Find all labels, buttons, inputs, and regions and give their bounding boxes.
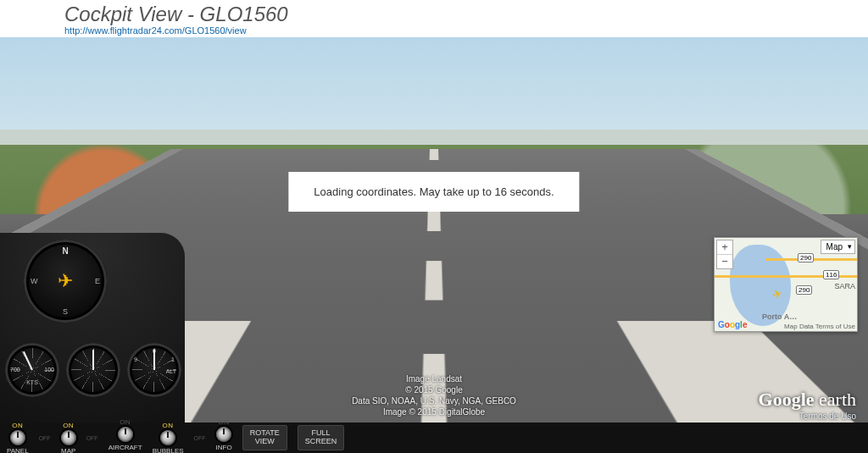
mini-map[interactable]: 290 116 290 SARA Porto A… ✈ + − Map Goog… (714, 237, 858, 332)
loading-toast: Loading coordinates. May take up to 16 s… (288, 172, 579, 212)
altimeter-gauge: 0 9 1 ALT (127, 343, 181, 397)
compass-gauge: N S E W ✈ (24, 240, 107, 323)
google-earth-logo: Google earth (759, 389, 856, 411)
toggle-map[interactable]: ON MAP (61, 422, 76, 454)
zoom-in-button[interactable]: + (717, 240, 732, 254)
off-label: OFF (39, 435, 51, 441)
toggle-state: ON (120, 418, 131, 426)
page-title: Cockpit View - GLO1560 (64, 3, 863, 25)
terms-link[interactable]: Termos de Uso (799, 412, 856, 421)
attitude-gauge (66, 343, 120, 397)
zoom-out-button[interactable]: − (717, 254, 732, 268)
plane-icon: ✈ (58, 270, 73, 292)
header-bar: Cockpit View - GLO1560 http://www.flight… (0, 0, 868, 37)
control-bar: ON PANEL OFF ON MAP OFF ON AIRCRAFT OFF … (0, 423, 868, 453)
knob-icon (216, 427, 231, 442)
toggle-label: AIRCRAFT (108, 444, 142, 451)
minimap-footer[interactable]: Map Data Terms of Use (784, 323, 855, 330)
google-logo: Google (718, 320, 747, 329)
toggle-label: MAP (61, 447, 75, 454)
cockpit-panel: N S E W ✈ 700 100 KTS 0 9 1 ALT (0, 233, 185, 423)
toggle-state: ON (163, 422, 174, 429)
earth-word: earth (819, 389, 856, 410)
gauge-needle (153, 350, 155, 370)
toggle-label: BUBBLES (153, 447, 184, 454)
gauge-tick-label: 100 (44, 367, 54, 373)
knob-icon (61, 430, 76, 445)
route-badge: 290 (798, 253, 814, 262)
knob-icon (118, 427, 133, 442)
full-screen-button[interactable]: FULL SCREEN (298, 425, 345, 450)
gauge-tick-label: 700 (10, 367, 20, 373)
minimap-zoom: + − (716, 240, 733, 269)
compass-e: E (95, 277, 100, 285)
off-label: OFF (86, 435, 98, 441)
compass-n: N (62, 246, 68, 256)
toggle-label: INFO (216, 444, 232, 451)
toggle-state: ON (12, 422, 23, 429)
credit-line: Data SIO, NOAA, U.S. Navy, NGA, GEBCO (352, 395, 516, 406)
toggle-aircraft[interactable]: ON AIRCRAFT OFF (108, 418, 142, 454)
toggle-info[interactable]: ON INFO OFF (216, 418, 232, 454)
minimap-city: Porto A… (762, 312, 797, 321)
toggle-panel[interactable]: ON PANEL (7, 422, 29, 454)
page-url[interactable]: http://www.flightradar24.com/GLO1560/vie… (64, 25, 863, 36)
toggle-bubbles[interactable]: ON BUBBLES (153, 422, 184, 454)
gauge-tick-label: 1 (171, 356, 175, 362)
credit-line: © 2015 Google (352, 384, 516, 395)
google-word: Google (759, 389, 815, 410)
compass-w: W (31, 277, 38, 285)
toggle-state: ON (63, 422, 74, 429)
knob-icon (160, 430, 175, 445)
credit-line: Image © 2015 DigitalGlobe (352, 406, 516, 417)
rotate-view-button[interactable]: ROTATE VIEW (242, 425, 287, 450)
credit-line: Image Landsat (352, 373, 516, 384)
map-type-dropdown[interactable]: Map (821, 240, 855, 254)
gauge-needle (92, 350, 94, 370)
gauge-unit: KTS (26, 379, 38, 385)
airspeed-gauge: 700 100 KTS (5, 343, 59, 397)
compass-s: S (63, 307, 68, 316)
imagery-credits: Image Landsat © 2015 Google Data SIO, NO… (352, 373, 516, 417)
gauge-tick-label: 9 (134, 356, 137, 362)
off-label: OFF (194, 435, 206, 441)
route-badge: 290 (796, 285, 812, 295)
knob-icon (10, 430, 25, 445)
gauge-unit: ALT (166, 368, 176, 374)
route-badge: 116 (823, 270, 839, 279)
minimap-label: SARA (834, 282, 855, 290)
toggle-state: ON (219, 418, 230, 426)
toggle-label: PANEL (7, 447, 29, 454)
